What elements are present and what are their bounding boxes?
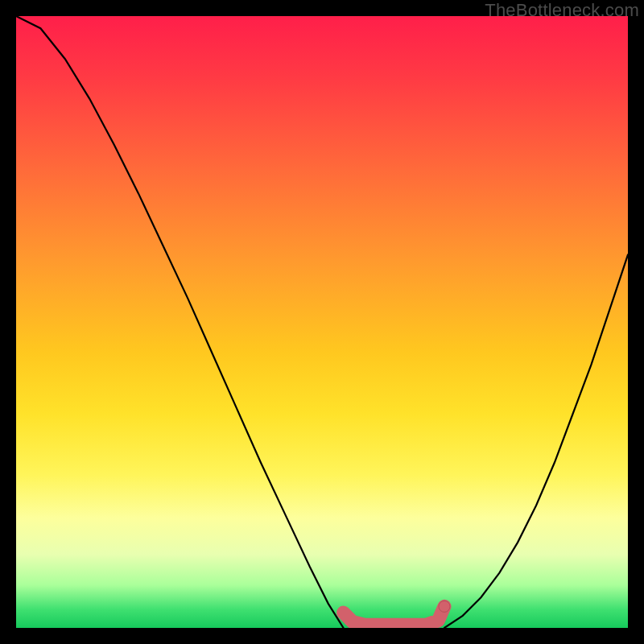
optimal-band-end-dot bbox=[439, 601, 450, 612]
optimal-band-path bbox=[344, 606, 444, 625]
chart-frame: TheBottleneck.com bbox=[0, 0, 644, 644]
series-right-branch bbox=[444, 254, 628, 628]
marker-layer bbox=[344, 601, 450, 625]
series-left-branch bbox=[16, 16, 344, 628]
plot-area bbox=[16, 16, 628, 628]
curve-layer bbox=[16, 16, 628, 628]
chart-svg bbox=[16, 16, 628, 628]
